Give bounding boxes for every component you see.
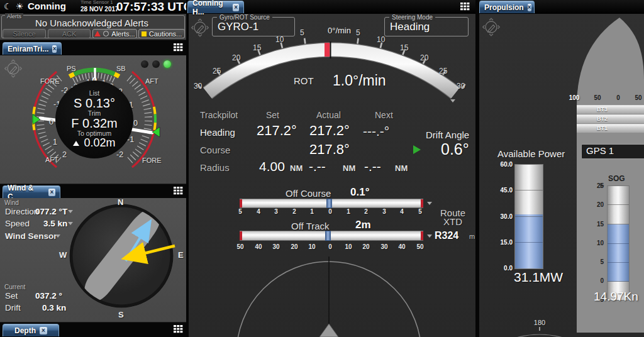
tab-depth[interactable]: Depth × bbox=[3, 324, 59, 336]
route-xtd-label-2: XTD bbox=[443, 216, 462, 227]
thruster-scale-0: 0 bbox=[611, 94, 625, 101]
route-xtd-unit: m bbox=[469, 233, 475, 240]
trim-fore-tl: FORE bbox=[40, 77, 60, 85]
off-track-value: 2m bbox=[355, 219, 371, 231]
power-tick-0: 0.0 bbox=[496, 265, 513, 272]
trackpilot-col-actual: Actual bbox=[316, 110, 341, 120]
thruster-scale-50r: 50 bbox=[631, 94, 644, 101]
sog-tick-0: 0 bbox=[590, 277, 604, 284]
trim-right-0: 0 bbox=[133, 119, 138, 128]
alert-circle-icon bbox=[103, 31, 109, 36]
off-track-caret-icon[interactable] bbox=[427, 235, 432, 238]
tab-eniram-close-icon[interactable]: × bbox=[52, 45, 57, 53]
bt2-label: BT2 bbox=[597, 116, 608, 122]
rot-needle bbox=[325, 43, 330, 57]
power-tick-15: 15.0 bbox=[496, 239, 513, 246]
power-tick-45: 45.0 bbox=[496, 187, 513, 194]
ot-s4: 10 bbox=[305, 243, 319, 250]
current-drift-value: 0.3 kn bbox=[42, 303, 66, 312]
oc-s7: 2 bbox=[359, 208, 373, 215]
compass-w: W bbox=[59, 250, 67, 260]
bow-thruster-1-bar: BT1 bbox=[577, 124, 644, 133]
date-label: 28 NOV 2017 bbox=[80, 6, 119, 13]
alerts-message: No Unacknowledged Alerts bbox=[0, 18, 184, 28]
rot-l10: 10 bbox=[275, 35, 284, 44]
off-course-bar bbox=[240, 199, 423, 208]
rot-l5: 5 bbox=[300, 28, 304, 37]
wind-sensor-label[interactable]: Wind Sensor bbox=[5, 231, 57, 241]
trim-right--2: -2 bbox=[116, 150, 123, 159]
wind-layout-grid-icon[interactable] bbox=[174, 187, 183, 195]
off-track-bar bbox=[240, 231, 423, 241]
trackpilot-col-next: Next bbox=[375, 110, 393, 120]
ot-s6: 10 bbox=[341, 243, 355, 250]
ack-label: ACK bbox=[62, 30, 77, 38]
ack-button[interactable]: ACK bbox=[48, 29, 91, 38]
tab-depth-close-icon[interactable]: × bbox=[40, 327, 47, 334]
oc-s0: 5 bbox=[233, 208, 247, 215]
silence-label: Silence bbox=[13, 30, 35, 38]
radius-actual-unit: NM bbox=[343, 163, 355, 173]
tab-wind-current[interactable]: Wind & C... × bbox=[3, 185, 60, 198]
compass-n: N bbox=[118, 197, 123, 207]
trackpilot-title: Trackpilot bbox=[200, 110, 238, 120]
wind-direction-label: Direction bbox=[5, 207, 38, 216]
list-value: S 0.13° bbox=[74, 97, 115, 110]
oc-s10: 5 bbox=[413, 208, 427, 215]
off-course-marker bbox=[326, 199, 332, 208]
sun-icon[interactable] bbox=[16, 1, 24, 11]
ot-s3: 20 bbox=[287, 243, 301, 250]
radius-set-value: 4.00 bbox=[259, 159, 285, 174]
cautions-button-label: Cautions... bbox=[149, 30, 182, 38]
tab-conning-close-icon[interactable]: × bbox=[233, 4, 239, 11]
heading-set-value: 217.2° bbox=[257, 123, 297, 139]
trim-ps: PS bbox=[67, 65, 76, 72]
sog-tick-25: 25 bbox=[590, 182, 604, 189]
ot-s1: 40 bbox=[252, 243, 265, 250]
bottom-heading-circle bbox=[479, 314, 644, 337]
heading-next-value: ---.-° bbox=[363, 124, 389, 139]
eniram-layout-grid-icon[interactable] bbox=[174, 43, 183, 52]
rot-caret-icon[interactable] bbox=[450, 99, 455, 102]
wind-speed-value[interactable]: 3.5 kn bbox=[43, 219, 67, 228]
silence-button[interactable]: Silence bbox=[3, 29, 46, 38]
wind-sensor-caret-icon[interactable] bbox=[55, 235, 60, 238]
ownship-icon bbox=[319, 324, 338, 337]
alerts-button[interactable]: Alerts... bbox=[92, 29, 137, 38]
tab-propulsion[interactable]: Propulsion × bbox=[479, 1, 535, 13]
depth-layout-grid-icon[interactable] bbox=[174, 325, 183, 333]
route-xtd-value[interactable]: R324 bbox=[435, 230, 458, 241]
bt3-label: BT3 bbox=[597, 106, 608, 113]
tab-propulsion-label: Propulsion bbox=[484, 3, 524, 12]
radius-next-value: -.-- bbox=[364, 159, 381, 174]
sog-tick-20: 20 bbox=[590, 201, 604, 208]
trim-left-0: 0 bbox=[49, 118, 53, 126]
oc-s3: 2 bbox=[287, 208, 301, 215]
compass-e: E bbox=[178, 250, 184, 260]
heading-actual-value: 217.2° bbox=[309, 123, 350, 139]
trim-value: F 0.32m bbox=[71, 117, 117, 130]
main-layout-grid-icon[interactable] bbox=[460, 3, 470, 11]
oc-s8: 3 bbox=[377, 208, 391, 215]
compass-s: S bbox=[118, 310, 124, 319]
rot-r30: 30 bbox=[457, 82, 465, 91]
current-legend: Current bbox=[4, 284, 25, 290]
radius-set-unit: NM bbox=[290, 163, 303, 173]
tab-wind-close-icon[interactable]: × bbox=[48, 189, 55, 196]
rot-r5: 5 bbox=[356, 28, 360, 37]
tab-propulsion-close-icon[interactable]: × bbox=[528, 4, 531, 11]
gps-label: GPS 1 bbox=[586, 145, 614, 156]
radius-next-unit: NM bbox=[395, 163, 408, 173]
wind-compass bbox=[65, 199, 186, 316]
wind-direction-value[interactable]: 077.2 °T bbox=[35, 207, 67, 216]
optimum-up-icon bbox=[73, 141, 79, 146]
rot-r15: 15 bbox=[400, 43, 408, 52]
off-track-label: Off Track bbox=[291, 221, 330, 231]
cautions-button[interactable]: Cautions... bbox=[138, 29, 185, 38]
rot-l15: 15 bbox=[253, 43, 261, 52]
trim-sb: SB bbox=[116, 65, 126, 72]
moon-icon[interactable] bbox=[4, 1, 12, 11]
off-course-caret-icon[interactable] bbox=[427, 202, 432, 205]
tab-conning-h[interactable]: Conning H... × bbox=[187, 1, 244, 13]
tab-eniram-trim[interactable]: EniramTri... × bbox=[3, 42, 62, 55]
